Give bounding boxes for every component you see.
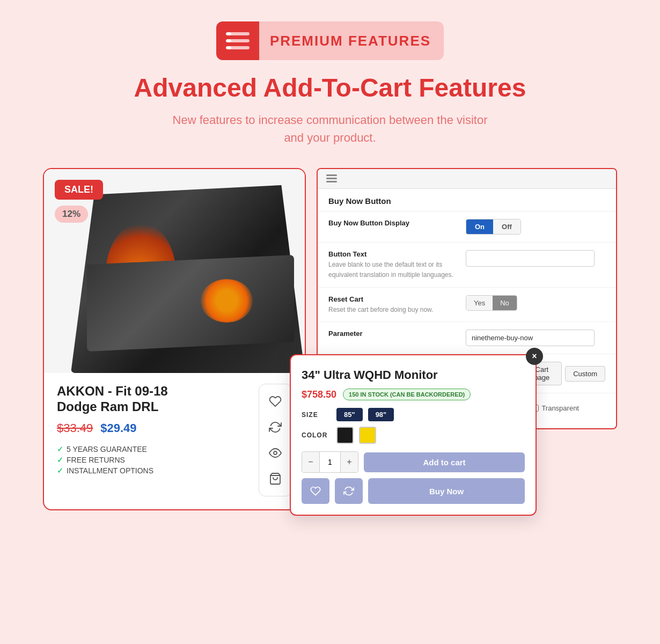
add-to-cart-button[interactable]: Add to cart bbox=[364, 452, 525, 472]
check-icon-3: ✓ bbox=[57, 466, 63, 475]
admin-row-label-parameter: Parameter bbox=[328, 330, 457, 339]
admin-row-label-reset: Reset Cart Reset the cart before doing b… bbox=[328, 295, 457, 314]
shopping-bag-icon bbox=[269, 472, 282, 485]
toggle-on-button[interactable]: On bbox=[466, 219, 493, 234]
color-label: COLOR bbox=[302, 431, 331, 439]
toggle-off-button[interactable]: Off bbox=[493, 219, 520, 234]
on-off-toggle: On Off bbox=[466, 219, 521, 235]
page-title: Advanced Add-To-Cart Features bbox=[43, 73, 617, 103]
modal-qty-cart-row: − 1 + Add to cart bbox=[302, 451, 525, 473]
modal-price: $758.50 bbox=[302, 389, 336, 400]
price-row: $33.49 $29.49 bbox=[57, 421, 259, 435]
eye-icon bbox=[269, 447, 282, 459]
quantity-plus-button[interactable]: + bbox=[341, 452, 358, 472]
modal-refresh-icon bbox=[343, 486, 354, 496]
modal-heart-icon bbox=[310, 486, 321, 496]
quantity-value: 1 bbox=[319, 452, 341, 472]
product-card: SALE! 12% AKKON - Fit 09-18Dodge Ram DRL… bbox=[43, 168, 306, 510]
admin-label-text-strong: Button Text bbox=[328, 250, 457, 258]
modal-actions-row: Buy Now bbox=[302, 478, 525, 504]
admin-section-title: Buy Now Button bbox=[318, 189, 616, 211]
modal-close-button[interactable]: × bbox=[526, 348, 543, 365]
color-black-button[interactable] bbox=[336, 427, 354, 444]
discount-badge: 12% bbox=[55, 206, 88, 223]
in-stock-badge: 150 IN STOCK (CAN BE BACKORDERED) bbox=[343, 389, 471, 400]
feature-returns: ✓ FREE RETURNS bbox=[57, 456, 259, 464]
badge-line-1 bbox=[226, 32, 250, 35]
compare-button[interactable] bbox=[266, 418, 285, 437]
parameter-input[interactable] bbox=[466, 330, 595, 346]
modal-wishlist-button[interactable] bbox=[302, 478, 329, 504]
modal-product-name: 34" Ultra WQHD Monitor bbox=[302, 368, 525, 382]
admin-control-text bbox=[466, 250, 605, 267]
feature-installment: ✓ INSTALLMENT OPTIONS bbox=[57, 466, 259, 475]
admin-label-parameter-strong: Parameter bbox=[328, 330, 457, 338]
modal-compare-button[interactable] bbox=[335, 478, 363, 504]
right-panel: Buy Now Button Buy Now Button Display On… bbox=[317, 168, 617, 510]
old-price: $33.49 bbox=[57, 421, 93, 435]
custom-button[interactable]: Custom bbox=[565, 366, 605, 382]
admin-label-reset-desc: Reset the cart before doing buy now. bbox=[328, 306, 433, 313]
yes-no-toggle: Yes No bbox=[466, 295, 517, 311]
admin-row-parameter: Parameter bbox=[318, 322, 616, 354]
badge-line-3 bbox=[226, 46, 250, 49]
menu-icon bbox=[326, 174, 337, 183]
add-to-cart-icon-button[interactable] bbox=[266, 469, 285, 488]
cards-row: SALE! 12% AKKON - Fit 09-18Dodge Ram DRL… bbox=[43, 168, 617, 510]
menu-line-2 bbox=[326, 178, 337, 179]
menu-line-3 bbox=[326, 181, 337, 182]
badge-line-2 bbox=[226, 39, 250, 42]
product-modal: × 34" Ultra WQHD Monitor $758.50 150 IN … bbox=[290, 354, 537, 516]
no-button[interactable]: No bbox=[493, 296, 517, 310]
product-info: AKKON - Fit 09-18Dodge Ram DRL $33.49 $2… bbox=[44, 373, 305, 509]
admin-row-reset: Reset Cart Reset the cart before doing b… bbox=[318, 288, 616, 323]
quick-view-button[interactable] bbox=[266, 443, 285, 463]
action-icons-panel bbox=[259, 384, 292, 496]
new-price: $29.49 bbox=[100, 421, 136, 435]
badge-icon bbox=[216, 21, 259, 60]
quantity-minus-button[interactable]: − bbox=[302, 452, 319, 472]
page-subtitle: New features to increase communication b… bbox=[43, 111, 617, 147]
button-text-input[interactable] bbox=[466, 250, 595, 267]
menu-line-1 bbox=[326, 174, 337, 176]
wishlist-button[interactable] bbox=[266, 392, 285, 411]
admin-control-reset: Yes No bbox=[466, 295, 605, 311]
heart-icon bbox=[269, 395, 282, 408]
modal-price-row: $758.50 150 IN STOCK (CAN BE BACKORDERED… bbox=[302, 389, 525, 400]
check-icon-2: ✓ bbox=[57, 456, 63, 464]
features-list: ✓ 5 YEARS GUARANTEE ✓ FREE RETURNS ✓ INS… bbox=[57, 445, 259, 475]
feature-guarantee: ✓ 5 YEARS GUARANTEE bbox=[57, 445, 259, 453]
check-icon-1: ✓ bbox=[57, 445, 63, 453]
quantity-control: − 1 + bbox=[302, 451, 358, 473]
title-section: Advanced Add-To-Cart Features New featur… bbox=[43, 73, 617, 147]
car-light-bottom bbox=[87, 255, 294, 352]
buy-now-button[interactable]: Buy Now bbox=[368, 478, 525, 504]
admin-row-display: Buy Now Button Display On Off bbox=[318, 211, 616, 243]
admin-row-text: Button Text Leave blank to use the defau… bbox=[318, 243, 616, 288]
premium-badge: PREMIUM FEATURES bbox=[216, 21, 444, 60]
badge-label: PREMIUM FEATURES bbox=[270, 33, 431, 49]
product-name: AKKON - Fit 09-18Dodge Ram DRL bbox=[57, 384, 259, 415]
size-label: SIZE bbox=[302, 411, 331, 419]
admin-panel-header bbox=[318, 169, 616, 189]
refresh-icon bbox=[269, 421, 282, 434]
transparent-label[interactable]: Transparent bbox=[532, 404, 579, 412]
size-98-button[interactable]: 98" bbox=[368, 408, 394, 421]
admin-label-text-desc: Leave blank to use the default text or i… bbox=[328, 261, 453, 279]
product-image-area: SALE! 12% bbox=[44, 169, 305, 373]
admin-control-parameter bbox=[466, 330, 605, 346]
admin-label-reset-strong: Reset Cart bbox=[328, 295, 457, 303]
yes-button[interactable]: Yes bbox=[466, 296, 493, 310]
admin-control-display: On Off bbox=[466, 219, 605, 235]
sale-badge: SALE! bbox=[55, 180, 103, 200]
product-details: AKKON - Fit 09-18Dodge Ram DRL $33.49 $2… bbox=[57, 384, 259, 475]
svg-point-0 bbox=[274, 451, 277, 455]
modal-color-row: COLOR bbox=[302, 427, 525, 444]
size-85-button[interactable]: 85" bbox=[336, 408, 363, 421]
admin-label-display-text: Buy Now Button Display bbox=[328, 219, 457, 227]
admin-row-label-display: Buy Now Button Display bbox=[328, 219, 457, 228]
page-wrapper: PREMIUM FEATURES Advanced Add-To-Cart Fe… bbox=[0, 0, 660, 543]
color-yellow-button[interactable] bbox=[359, 427, 376, 444]
badge-container: PREMIUM FEATURES bbox=[43, 21, 617, 60]
modal-size-row: SIZE 85" 98" bbox=[302, 408, 525, 421]
